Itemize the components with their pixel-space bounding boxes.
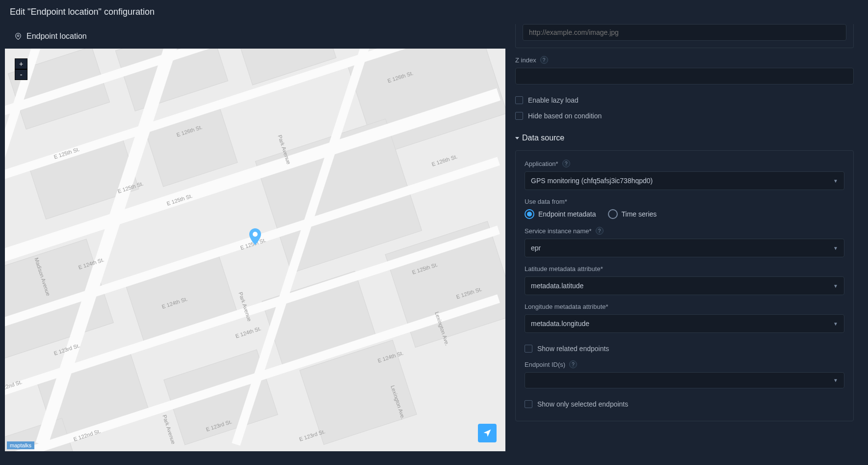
- latitude-value: metadata.latitude: [531, 282, 583, 290]
- show-only-selected-row[interactable]: Show only selected endpoints: [525, 396, 844, 412]
- map-container[interactable]: E 126th St. E 126th St. E 125th St. E 12…: [5, 49, 505, 451]
- application-value: GPS monitoring (chfq5afsj3ic738hqpd0): [531, 177, 653, 185]
- chevron-down-icon: ▼: [833, 321, 838, 327]
- page-title: Edit "Endpoint location" configuration: [0, 0, 868, 24]
- radio-icon: [525, 209, 534, 219]
- longitude-label: Longitude metadata attribute*: [525, 303, 608, 310]
- location-pin-icon: [15, 33, 22, 40]
- widget-title: Endpoint location: [26, 32, 87, 41]
- z-index-label: Z index: [515, 56, 536, 64]
- svg-point-0: [17, 35, 19, 37]
- right-panel: Z index ? Enable lazy load Hide based on…: [515, 24, 859, 451]
- widget-header: Endpoint location: [5, 24, 505, 49]
- data-source-section-header[interactable]: Data source: [515, 134, 854, 142]
- show-only-selected-checkbox[interactable]: [525, 400, 532, 408]
- help-icon[interactable]: ?: [596, 227, 604, 235]
- hide-condition-checkbox[interactable]: [515, 112, 523, 120]
- enable-lazy-load-row[interactable]: Enable lazy load: [515, 92, 854, 108]
- show-related-checkbox[interactable]: [525, 345, 532, 353]
- caret-down-icon: [515, 137, 519, 139]
- help-icon[interactable]: ?: [540, 56, 548, 64]
- use-data-from-label: Use data from*: [525, 198, 567, 205]
- help-icon[interactable]: ?: [562, 160, 570, 167]
- street-label: E 124th St.: [235, 325, 262, 339]
- longitude-value: metadata.longitude: [531, 320, 589, 328]
- z-index-input[interactable]: [515, 68, 854, 84]
- street-label: E 126th St.: [431, 153, 458, 167]
- radio-label: Endpoint metadata: [538, 210, 596, 218]
- endpoint-ids-select[interactable]: ▼: [525, 372, 844, 388]
- latitude-row: Latitude metadata attribute* metadata.la…: [525, 265, 844, 295]
- service-instance-value: epr: [531, 244, 541, 252]
- enable-lazy-load-checkbox[interactable]: [515, 96, 523, 104]
- z-index-row: Z index ?: [515, 56, 854, 84]
- map-background: E 126th St. E 126th St. E 125th St. E 12…: [5, 49, 505, 451]
- service-instance-row: Service instance name* ? epr ▼: [525, 227, 844, 257]
- show-only-selected-label: Show only selected endpoints: [537, 400, 628, 408]
- data-source-section: Application* ? GPS monitoring (chfq5afsj…: [515, 150, 854, 421]
- left-panel: Endpoint location: [5, 24, 505, 451]
- zoom-controls: + -: [15, 58, 27, 80]
- chevron-down-icon: ▼: [833, 283, 838, 289]
- svg-point-1: [253, 232, 258, 237]
- chevron-down-icon: ▼: [833, 378, 838, 383]
- chevron-down-icon: ▼: [833, 178, 838, 184]
- application-row: Application* ? GPS monitoring (chfq5afsj…: [525, 160, 844, 190]
- help-icon[interactable]: ?: [569, 360, 577, 368]
- service-instance-select[interactable]: epr ▼: [525, 239, 844, 257]
- endpoint-ids-row: Endpoint ID(s) ? ▼: [525, 360, 844, 388]
- content-area: Endpoint location: [0, 24, 868, 451]
- zoom-out-button[interactable]: -: [15, 69, 27, 80]
- map-marker-icon[interactable]: [249, 228, 261, 245]
- application-label: Application*: [525, 160, 558, 167]
- service-instance-label: Service instance name*: [525, 227, 592, 235]
- enable-lazy-load-label: Enable lazy load: [528, 96, 579, 104]
- street-label: Park Avenue: [161, 414, 177, 445]
- use-data-from-row: Use data from* Endpoint metadata Time se…: [525, 198, 844, 219]
- hide-condition-row[interactable]: Hide based on condition: [515, 108, 854, 124]
- longitude-select[interactable]: metadata.longitude ▼: [525, 314, 844, 333]
- image-url-box: [515, 24, 854, 48]
- data-source-title: Data source: [522, 134, 564, 142]
- map-navigate-button[interactable]: [478, 424, 497, 442]
- image-url-input[interactable]: [523, 24, 846, 41]
- latitude-select[interactable]: metadata.latitude ▼: [525, 276, 844, 295]
- zoom-in-button[interactable]: +: [15, 58, 27, 69]
- radio-label: Time series: [622, 210, 657, 218]
- chevron-down-icon: ▼: [833, 246, 838, 251]
- radio-endpoint-metadata[interactable]: Endpoint metadata: [525, 209, 596, 219]
- application-select[interactable]: GPS monitoring (chfq5afsj3ic738hqpd0) ▼: [525, 171, 844, 190]
- hide-condition-label: Hide based on condition: [528, 112, 602, 120]
- radio-time-series[interactable]: Time series: [608, 209, 657, 219]
- map-attribution: maptalks: [7, 441, 34, 449]
- endpoint-ids-label: Endpoint ID(s): [525, 361, 565, 368]
- radio-icon: [608, 209, 618, 219]
- show-related-label: Show related endpoints: [537, 345, 609, 353]
- latitude-label: Latitude metadata attribute*: [525, 265, 603, 273]
- longitude-row: Longitude metadata attribute* metadata.l…: [525, 303, 844, 333]
- show-related-row[interactable]: Show related endpoints: [525, 341, 844, 356]
